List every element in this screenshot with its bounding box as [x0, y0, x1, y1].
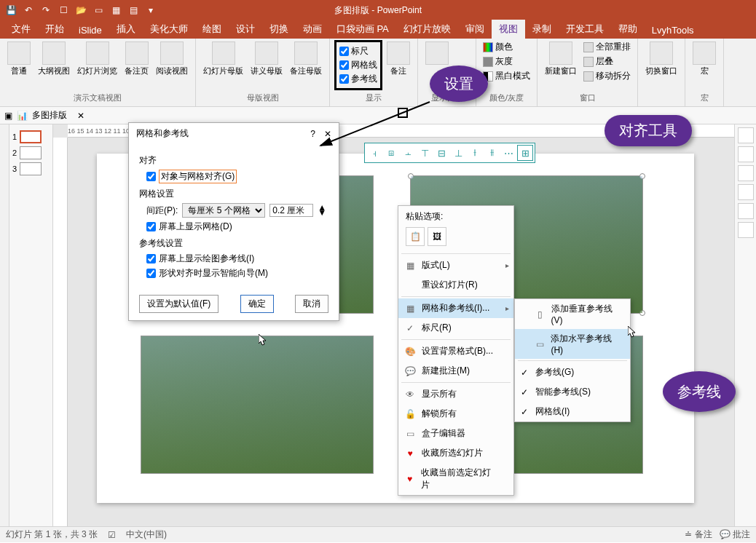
tab-pocket-anim[interactable]: 口袋动画 PA [329, 20, 396, 39]
close-doc-icon[interactable]: ✕ [77, 111, 84, 121]
new-window-button[interactable]: 新建窗口 [542, 40, 580, 77]
spin-down-icon[interactable]: ▼ [318, 210, 326, 215]
tab-insert[interactable]: 插入 [109, 20, 143, 39]
menu-ruler[interactable]: ✓标尺(R) [398, 318, 513, 338]
tab-slideshow[interactable]: 幻灯片放映 [396, 20, 458, 39]
tool-3[interactable] [738, 165, 754, 181]
thumbnail-2[interactable]: 2 [12, 146, 50, 159]
open-icon[interactable]: 📂 [73, 2, 89, 18]
blackwhite-button[interactable]: 黑白模式 [481, 69, 532, 83]
paste-option-1[interactable]: 📋 [406, 227, 425, 246]
menu-show-all[interactable]: 👁显示所有 [398, 384, 513, 404]
menu-grid-guides[interactable]: ▦网格和参考线(I)...▸ [398, 298, 513, 318]
tab-transitions[interactable]: 切换 [262, 20, 296, 39]
align-bottom-icon[interactable]: ⊥ [450, 145, 466, 161]
cascade-button[interactable]: 层叠 [581, 55, 633, 68]
smart-guides-checkbox[interactable]: 形状对齐时显示智能向导(M) [146, 267, 328, 280]
comments-toggle[interactable]: 💬 批注 [720, 528, 750, 541]
group-switch-window: 切换窗口 [638, 39, 685, 106]
guides-submenu: ▯添加垂直参考线(V) ▭添加水平参考线(H) ✓参考线(G) ✓智能参考线(S… [514, 298, 631, 422]
submenu-gridlines[interactable]: ✓网格线(I) [515, 402, 630, 421]
grid-guides-dialog: 网格和参考线 ? ✕ 对齐 对象与网格对齐(G) 网格设置 间距(P): 每厘米… [128, 122, 339, 321]
menu-format-background[interactable]: 🎨设置背景格式(B)... [398, 341, 513, 361]
menu-reset-slide[interactable]: 重设幻灯片(R) [398, 275, 513, 295]
notes-page-button[interactable]: 备注页 [122, 40, 151, 77]
thumbnail-3[interactable]: 3 [12, 162, 50, 175]
tab-islide[interactable]: iSlide [71, 22, 109, 39]
zoom-button[interactable] [422, 40, 452, 68]
outline-view-button[interactable]: 大纲视图 [35, 40, 73, 77]
macros-button[interactable]: 宏 [690, 40, 719, 77]
display-drawing-guides-checkbox[interactable]: 屏幕上显示绘图参考线(I) [146, 253, 328, 265]
tab-animations[interactable]: 动画 [296, 20, 329, 39]
reading-view-button[interactable]: 阅读视图 [153, 40, 191, 77]
tab-home[interactable]: 开始 [38, 20, 71, 39]
tab-record[interactable]: 录制 [525, 20, 559, 39]
notes-master-button[interactable]: 备注母版 [287, 40, 325, 77]
menu-favorite-selected[interactable]: ♥收藏所选幻灯片 [398, 443, 513, 463]
dist-h-icon[interactable]: ⫲ [467, 145, 483, 161]
tab-file[interactable]: 文件 [4, 20, 38, 39]
tab-help[interactable]: 帮助 [611, 20, 645, 39]
tab-lvyhtools[interactable]: LvyhTools [645, 22, 701, 39]
slide-icon[interactable]: ▤ [125, 2, 141, 18]
redo-icon[interactable]: ↷ [38, 2, 54, 18]
tool-5[interactable] [738, 203, 754, 219]
tab-draw[interactable]: 绘图 [195, 20, 229, 39]
tool-2[interactable] [738, 146, 754, 162]
handout-master-button[interactable]: 讲义母版 [248, 40, 286, 77]
touch-mode-icon[interactable]: ☐ [55, 2, 71, 18]
submenu-add-horizontal-guide[interactable]: ▭添加水平参考线(H) [515, 329, 630, 359]
tool-6[interactable] [738, 222, 754, 238]
menu-box-editor[interactable]: ▭盒子编辑器 [398, 424, 513, 443]
dist-v-icon[interactable]: ⫵ [484, 145, 500, 161]
notes-toggle[interactable]: ≐ 备注 [685, 528, 712, 541]
print-icon[interactable]: ▦ [108, 2, 124, 18]
normal-view-button[interactable]: 普通 [4, 40, 34, 77]
submenu-guides[interactable]: ✓参考线(G) [515, 362, 630, 382]
spacing-input[interactable] [269, 204, 313, 217]
notes-button[interactable]: 备注 [384, 40, 413, 77]
display-grid-checkbox[interactable]: 屏幕上显示网格(D) [146, 221, 328, 233]
slide-sorter-button[interactable]: 幻灯片浏览 [74, 40, 120, 77]
tab-view[interactable]: 视图 [492, 20, 525, 39]
photo-3[interactable] [141, 336, 374, 474]
menu-unlock-all[interactable]: 🔓解锁所有 [398, 404, 513, 424]
gridlines-checkbox[interactable]: 网格线 [339, 59, 377, 71]
spacing-select[interactable]: 每厘米 5 个网格 [182, 203, 265, 218]
arrange-all-button[interactable]: 全部重排 [581, 40, 633, 54]
thumbnail-1[interactable]: 1 [12, 130, 50, 143]
doc-tab-label[interactable]: 多图排版 [32, 109, 67, 122]
menu-favorite-current[interactable]: ♥收藏当前选定幻灯片 [398, 463, 513, 495]
tool-4[interactable] [738, 184, 754, 200]
tab-design[interactable]: 设计 [229, 20, 262, 39]
menu-layout[interactable]: ▦版式(L)▸ [398, 255, 513, 275]
cancel-button[interactable]: 取消 [295, 295, 328, 313]
guides-checkbox[interactable]: 参考线 [339, 73, 377, 85]
grayscale-button[interactable]: 灰度 [481, 55, 532, 68]
align-settings-icon[interactable]: ⊞ [517, 145, 533, 161]
language-indicator[interactable]: 中文(中国) [126, 528, 167, 541]
ok-button[interactable]: 确定 [240, 295, 274, 313]
set-default-button[interactable]: 设置为默认值(F) [139, 295, 218, 313]
slide-master-button[interactable]: 幻灯片母版 [200, 40, 246, 77]
tool-1[interactable] [738, 127, 754, 143]
switch-window-button[interactable]: 切换窗口 [642, 40, 680, 77]
tab-review[interactable]: 审阅 [458, 20, 492, 39]
align-more-icon[interactable]: ⋯ [500, 145, 516, 161]
save-icon[interactable]: 💾 [3, 2, 19, 18]
spellcheck-icon[interactable]: ☑ [108, 530, 116, 540]
submenu-smart-guides[interactable]: ✓智能参考线(S) [515, 382, 630, 402]
submenu-add-vertical-guide[interactable]: ▯添加垂直参考线(V) [515, 299, 630, 329]
menu-new-comment[interactable]: 💬新建批注(M) [398, 361, 513, 381]
undo-icon[interactable]: ↶ [20, 2, 36, 18]
ruler-checkbox[interactable]: 标尺 [339, 45, 377, 58]
move-split-button[interactable]: 移动拆分 [581, 69, 633, 83]
paste-option-2[interactable]: 🖼 [428, 227, 446, 246]
color-button[interactable]: 颜色 [481, 40, 532, 54]
tab-beautify[interactable]: 美化大师 [143, 20, 195, 39]
snap-to-grid-checkbox[interactable]: 对象与网格对齐(G) [146, 170, 328, 183]
tab-developer[interactable]: 开发工具 [559, 20, 611, 39]
new-icon[interactable]: ▭ [90, 2, 106, 18]
more-icon[interactable]: ▾ [143, 2, 159, 18]
